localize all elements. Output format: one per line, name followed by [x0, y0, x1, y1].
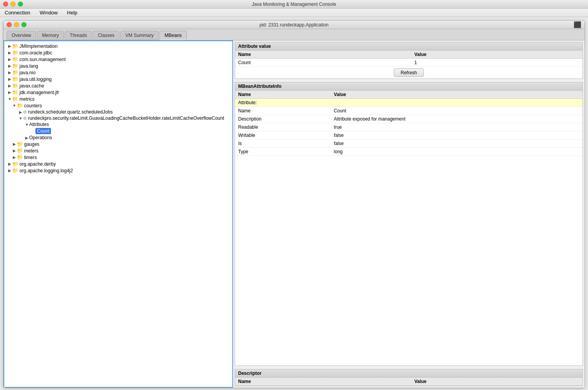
attr-value-cell: 1 [411, 59, 583, 67]
maximize-button[interactable] [18, 2, 23, 7]
mbean-info-row: Attribute: [235, 99, 583, 107]
tree-item-operations[interactable]: ▶ Operations [4, 135, 232, 141]
tree-item-org-apache-logging[interactable]: ▶ 📁 org.apache.logging.log4j2 [4, 167, 232, 174]
tree-item-count[interactable]: ▶ Count [4, 128, 232, 135]
plugin-icon: ⬛ [574, 21, 581, 28]
arrow-java-lang: ▶ [7, 64, 12, 68]
tree-item-meters[interactable]: ▶ 📁 meters [4, 147, 232, 154]
tree-item-sun[interactable]: ▶ 📁 com.sun.management [4, 56, 232, 63]
folder-java-nio: 📁 [12, 70, 18, 75]
arrow-metrics: ▼ [7, 97, 12, 101]
main-content: ▶ 📁 JMImplementation ▶ 📁 com.oracle.jdbc… [4, 40, 584, 388]
menu-window[interactable]: Window [38, 10, 59, 16]
inner-close-button[interactable] [7, 22, 12, 27]
label-javax-cache: javax.cache [19, 83, 44, 89]
arrow-rundeck-scheduler: ▶ [18, 110, 23, 114]
minimize-button[interactable] [11, 2, 16, 7]
mbean-info-value: long [331, 148, 583, 156]
label-jdk-management-jfr: jdk.management.jfr [19, 90, 59, 95]
arrow-timers: ▶ [12, 155, 17, 159]
tree-item-rundeckpro[interactable]: ▼ ⚙ rundeckpro.security.rateLimit.GuavaL… [4, 115, 232, 121]
tab-vm-summary[interactable]: VM Summary [120, 31, 159, 40]
mbean-attribute-info-title: MBeanAttributeInfo [235, 82, 583, 91]
tree-item-metrics[interactable]: ▼ 📁 metrics [4, 96, 232, 102]
menu-connection[interactable]: Connection [3, 10, 32, 16]
attr-row: Count 1 [235, 59, 583, 67]
arrow-org-apache-derby: ▶ [7, 162, 12, 166]
folder-javax-cache: 📁 [12, 83, 18, 89]
label-sun: com.sun.management [19, 57, 66, 62]
tree-item-jdk-management-jfr[interactable]: ▶ 📁 jdk.management.jfr [4, 89, 232, 96]
label-count[interactable]: Count [35, 128, 51, 134]
arrow-org-apache-logging: ▶ [7, 168, 12, 173]
attribute-value-section: Attribute value Name Value Count 1 [235, 42, 583, 79]
folder-org-apache-logging: 📁 [12, 168, 18, 173]
arrow-attributes: ▼ [25, 122, 29, 127]
attr-col-name: Name [235, 51, 411, 59]
tab-bar: Overview Memory Threads Classes VM Summa… [4, 29, 584, 40]
inner-window: pid: 2331 rundeckapp.Application ⬛ Overv… [3, 20, 585, 388]
mbean-info-name: Writable [235, 131, 331, 140]
inner-traffic-lights [7, 22, 26, 27]
descriptor-title: Descriptor [235, 369, 583, 378]
app-title: Java Monitoring & Management Console [252, 2, 336, 7]
tree-item-javax-cache[interactable]: ▶ 📁 javax.cache [4, 82, 232, 89]
mbean-info-value: true [331, 123, 583, 131]
tree-item-counters[interactable]: ▼ 📁 counters [4, 102, 232, 109]
close-button[interactable] [3, 2, 8, 7]
tree-item-jmimpl[interactable]: ▶ 📁 JMImplementation [4, 43, 232, 49]
info-col-value: Value [331, 91, 583, 99]
tree-item-java-nio[interactable]: ▶ 📁 java.nio [4, 69, 232, 76]
refresh-button[interactable]: Refresh [394, 68, 423, 77]
desc-scroll[interactable]: Name Value [235, 378, 583, 386]
tree-item-gauges[interactable]: ▶ 📁 gauges [4, 141, 232, 147]
title-bar: Java Monitoring & Management Console [0, 0, 588, 9]
mbean-info-name: Is [235, 140, 331, 148]
tree-item-oracle[interactable]: ▶ 📁 com.oracle.jdbc [4, 49, 232, 56]
tab-overview[interactable]: Overview [7, 31, 36, 40]
inner-maximize-button[interactable] [21, 22, 26, 27]
menu-help[interactable]: Help [65, 10, 79, 16]
tree-item-org-apache-derby[interactable]: ▶ 📁 org.apache.derby [4, 161, 232, 167]
label-gauges: gauges [24, 142, 39, 147]
mbean-info-name: Description [235, 115, 331, 123]
tree-item-rundeck-scheduler[interactable]: ▶ ⚙ rundeck.scheduler.quartz.scheduledJo… [4, 109, 232, 115]
folder-sun: 📁 [12, 56, 18, 62]
arrow-sun: ▶ [7, 57, 12, 61]
arrow-jmimpl: ▶ [7, 44, 12, 48]
inner-minimize-button[interactable] [14, 22, 19, 27]
mbean-info-name: Readable [235, 123, 331, 131]
folder-oracle: 📁 [12, 50, 18, 56]
descriptor-section: Descriptor Name Value [235, 369, 583, 386]
label-oracle: com.oracle.jdbc [19, 50, 52, 56]
folder-jmimpl: 📁 [12, 43, 18, 49]
mbean-scroll[interactable]: Name Value Attribute:NameCountDescriptio… [235, 91, 583, 156]
mbean-info-value [331, 99, 583, 107]
arrow-meters: ▶ [12, 149, 17, 153]
tree-panel[interactable]: ▶ 📁 JMImplementation ▶ 📁 com.oracle.jdbc… [4, 40, 233, 388]
mbean-info-row: Readabletrue [235, 123, 583, 131]
tab-mbeans[interactable]: MBeans [160, 31, 187, 40]
traffic-lights [3, 2, 23, 7]
mbean-info-name: Type [235, 148, 331, 156]
mbean-info-value: false [331, 140, 583, 148]
tree-item-java-util-logging[interactable]: ▶ 📁 java.util.logging [4, 76, 232, 82]
mbean-info-value: false [331, 131, 583, 140]
folder-metrics: 📁 [12, 96, 18, 102]
desc-col-value: Value [411, 378, 583, 386]
label-attributes: Attributes [29, 122, 49, 127]
tree-item-java-lang[interactable]: ▶ 📁 java.lang [4, 63, 232, 69]
arrow-gauges: ▶ [12, 142, 17, 146]
label-java-util-logging: java.util.logging [19, 77, 52, 82]
label-org-apache-logging: org.apache.logging.log4j2 [19, 168, 73, 173]
tab-classes[interactable]: Classes [93, 31, 119, 40]
tree-item-timers[interactable]: ▶ 📁 timers [4, 154, 232, 161]
mbean-info-row: NameCount [235, 107, 583, 115]
mbean-info-row: DescriptionAttribute exposed for managem… [235, 115, 583, 123]
folder-timers: 📁 [17, 154, 23, 160]
tab-memory[interactable]: Memory [37, 31, 64, 40]
attribute-value-title: Attribute value [235, 42, 583, 51]
tab-threads[interactable]: Threads [65, 31, 92, 40]
tree-item-attributes[interactable]: ▼ Attributes [4, 121, 232, 128]
bean-rundeck-scheduler: ⚙ [23, 110, 27, 115]
